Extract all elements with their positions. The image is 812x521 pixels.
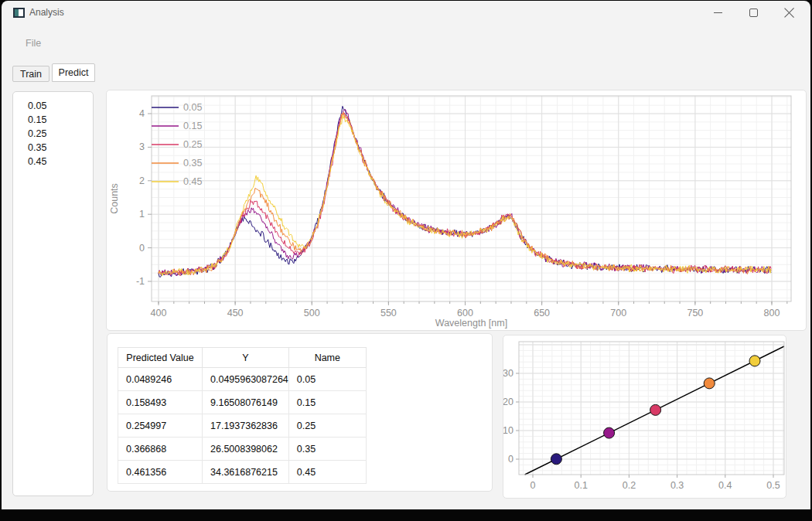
table-row[interactable]: 0.36686826.50083980620.35 [118, 438, 367, 461]
table-cell[interactable]: 26.5008398062 [203, 438, 289, 461]
x-tick-label: 650 [534, 308, 550, 318]
y-tick-label: -1 [136, 276, 145, 287]
tab-train[interactable]: Train [12, 66, 49, 82]
table-cell[interactable]: 0.461356 [118, 461, 203, 484]
table-cell[interactable]: 9.16508076149 [203, 391, 289, 414]
x-tick-label: 550 [380, 308, 397, 318]
minimize-button[interactable] [701, 1, 736, 26]
y-tick-label: 10 [503, 425, 513, 436]
legend-label: 0.45 [183, 176, 202, 187]
prediction-table[interactable]: Predicted ValueYName 0.04892460.04959630… [118, 347, 367, 484]
prediction-table-header-row: Predicted ValueYName [118, 348, 367, 368]
y-tick-label: 0 [139, 243, 145, 254]
x-tick-label: 500 [304, 308, 320, 318]
desktop-background: Analysis File Train Predict 0.050.150.25… [0, 0, 812, 521]
window-title: Analysis [29, 7, 64, 18]
calibration-plot-canvas[interactable]: 00.10.20.30.40.50102030 [503, 335, 786, 498]
spectra-plot-canvas[interactable]: 400450500550600650700750800-101234Wavele… [107, 90, 806, 330]
title-bar[interactable]: Analysis [2, 1, 810, 26]
x-tick-label: 400 [151, 308, 167, 318]
table-header-predicted-value[interactable]: Predicted Value [118, 348, 203, 368]
table-header-name[interactable]: Name [288, 348, 366, 368]
table-cell[interactable]: 0.15 [288, 391, 366, 414]
table-header-y[interactable]: Y [203, 348, 289, 368]
y-tick-label: 4 [139, 108, 145, 119]
y-tick-label: 30 [503, 368, 513, 379]
y-tick-label: 2 [139, 175, 145, 186]
calibration-point-0.05 [551, 454, 561, 465]
table-cell[interactable]: 0.45 [288, 461, 366, 484]
table-cell[interactable]: 0.05 [288, 368, 366, 391]
window-controls [701, 1, 807, 26]
x-tick-label: 800 [764, 308, 780, 318]
table-row[interactable]: 0.46135634.36168762150.45 [118, 461, 367, 484]
y-axis-title: Counts [109, 183, 120, 214]
calibration-point-0.35 [704, 378, 715, 389]
list-item-0.05[interactable]: 0.05 [13, 99, 93, 113]
sample-list-panel: 0.050.150.250.350.45 [12, 91, 94, 496]
x-tick-label: 600 [457, 308, 473, 318]
calibration-plot-panel: 00.10.20.30.40.50102030 [503, 335, 786, 499]
y-tick-label: 20 [503, 397, 513, 407]
legend-label: 0.15 [183, 121, 202, 131]
table-cell[interactable]: 0.0495963087264 [203, 368, 289, 391]
tab-predict[interactable]: Predict [52, 63, 95, 82]
table-cell[interactable]: 0.25 [288, 414, 366, 438]
x-tick-label: 450 [227, 308, 244, 318]
table-row[interactable]: 0.04892460.04959630872640.05 [118, 368, 367, 391]
x-tick-label: 0.2 [623, 480, 636, 491]
y-tick-label: 1 [139, 209, 145, 220]
app-window: Analysis File Train Predict 0.050.150.25… [2, 1, 810, 509]
x-tick-label: 750 [687, 308, 703, 318]
x-tick-label: 0.3 [670, 480, 684, 491]
legend-label: 0.05 [183, 102, 202, 113]
table-cell[interactable]: 34.3616876215 [203, 461, 289, 484]
x-axis-title: Wavelength [nm] [435, 318, 507, 329]
x-tick-label: 700 [610, 308, 626, 318]
y-tick-label: 0 [508, 454, 513, 465]
list-item-0.25[interactable]: 0.25 [13, 127, 93, 141]
table-cell[interactable]: 17.1937362836 [203, 414, 289, 438]
calibration-point-0.15 [604, 427, 615, 438]
menu-file[interactable]: File [22, 36, 44, 50]
list-item-0.35[interactable]: 0.35 [13, 141, 93, 155]
legend-label: 0.35 [183, 158, 202, 169]
table-row[interactable]: 0.25499717.19373628360.25 [118, 414, 367, 438]
x-tick-label: 0.4 [718, 480, 732, 491]
y-tick-label: 3 [139, 141, 145, 152]
list-item-0.15[interactable]: 0.15 [13, 113, 93, 127]
maximize-button[interactable] [736, 1, 772, 26]
calibration-point-0.25 [650, 404, 661, 415]
table-cell[interactable]: 0.254997 [118, 414, 203, 438]
sample-list: 0.050.150.250.350.45 [13, 92, 93, 169]
close-button[interactable] [772, 1, 807, 26]
prediction-table-panel: Predicted ValueYName 0.04892460.04959630… [107, 333, 493, 492]
x-tick-label: 0.5 [766, 480, 780, 491]
close-icon [784, 7, 795, 18]
spectra-plot-panel: 400450500550600650700750800-101234Wavele… [106, 90, 807, 331]
table-cell[interactable]: 0.0489246 [118, 368, 203, 391]
minimize-icon [714, 12, 722, 13]
table-cell[interactable]: 0.158493 [118, 391, 203, 414]
x-tick-label: 0 [531, 480, 536, 491]
table-cell[interactable]: 0.366868 [118, 438, 203, 461]
app-icon [13, 8, 25, 18]
table-row[interactable]: 0.1584939.165080761490.15 [118, 391, 367, 414]
table-cell[interactable]: 0.35 [288, 438, 366, 461]
calibration-point-0.45 [749, 356, 760, 366]
legend-label: 0.25 [183, 139, 202, 150]
menu-bar: File [2, 35, 810, 53]
maximize-icon [749, 9, 758, 17]
x-tick-label: 0.1 [575, 480, 588, 491]
list-item-0.45[interactable]: 0.45 [13, 155, 93, 169]
